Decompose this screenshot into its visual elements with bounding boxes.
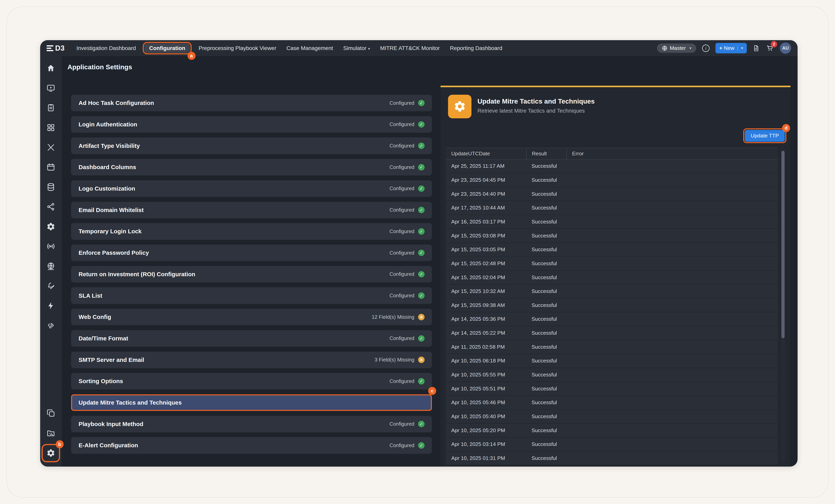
setting-status: 3 Field(s) Missing <box>374 357 425 363</box>
status-icon <box>418 421 425 427</box>
nav-mitre-attck-monitor[interactable]: MITRE ATT&CK Monitor <box>376 43 444 54</box>
copy-icon[interactable] <box>43 406 58 421</box>
share-icon[interactable] <box>43 199 58 214</box>
table-row[interactable]: Apr 14, 2025 05:36 PM Successful <box>446 312 778 326</box>
table-row[interactable]: Apr 10, 2025 03:14 PM Successful <box>446 438 778 451</box>
setting-row[interactable]: Date/Time Format Configured <box>71 330 432 347</box>
update-ttp-button[interactable]: Update TTP <box>745 130 785 142</box>
column-header-result[interactable]: Result <box>526 148 566 159</box>
setting-status: Configured <box>389 421 425 427</box>
home-icon[interactable] <box>43 61 58 76</box>
setting-row[interactable]: Temporary Login Lock Configured <box>71 223 432 239</box>
new-button[interactable]: + New ▾ <box>715 43 747 54</box>
status-icon <box>418 100 425 106</box>
setting-row[interactable]: Web Config 12 Field(s) Missing <box>71 309 432 325</box>
scrollbar[interactable] <box>781 148 785 462</box>
cell-date: Apr 10, 2025 01:31 PM <box>446 455 526 461</box>
cell-result: Successful <box>526 427 566 434</box>
setting-row[interactable]: Sorting Options Configured <box>71 373 432 390</box>
table-row[interactable]: Apr 15, 2025 03:08 PM Successful <box>446 229 778 243</box>
alert-edit-icon[interactable] <box>43 278 58 293</box>
web-icon[interactable] <box>43 259 58 274</box>
application-settings-gear-icon[interactable] <box>43 446 58 461</box>
setting-label: Sorting Options <box>79 378 123 384</box>
table-row[interactable]: Apr 25, 2025 11:17 AM Successful <box>446 160 778 173</box>
cell-result: Successful <box>526 344 566 350</box>
setting-status: Configured <box>389 250 425 256</box>
table-row[interactable]: Apr 16, 2025 03:17 PM Successful <box>446 215 778 228</box>
setting-row[interactable]: SMTP Server and Email 3 Field(s) Missing <box>71 352 432 368</box>
setting-row[interactable]: SLA List Configured <box>71 287 432 304</box>
setting-row[interactable]: Playbook Input Method Configured <box>71 416 432 432</box>
table-row[interactable]: Apr 11, 2025 02:58 PM Successful <box>446 340 778 354</box>
setting-row[interactable]: Update Mitre Tactics and Techniques <box>71 394 432 411</box>
schedule-icon[interactable] <box>43 81 58 96</box>
table-row[interactable]: Apr 23, 2025 04:45 PM Successful <box>446 173 778 187</box>
setting-row[interactable]: Artifact Type Visibility Configured <box>71 138 432 154</box>
setting-row[interactable]: Enforce Password Policy Configured <box>71 245 432 261</box>
column-header-error[interactable]: Error <box>566 148 778 159</box>
nav-case-management[interactable]: Case Management <box>282 43 337 54</box>
media-folder-icon[interactable] <box>43 425 58 440</box>
nav-simulator[interactable]: Simulator▾ <box>339 43 374 54</box>
setting-label: Update Mitre Tactics and Techniques <box>79 399 182 406</box>
cell-result: Successful <box>526 288 566 294</box>
cell-date: Apr 10, 2025 05:20 PM <box>446 427 526 434</box>
info-button[interactable]: i <box>702 44 710 52</box>
column-header-date[interactable]: UpdateUTCDate <box>446 148 526 159</box>
d3-logo[interactable]: D3 <box>46 44 65 52</box>
cell-date: Apr 10, 2025 06:18 PM <box>446 358 526 364</box>
nav-reporting-dashboard[interactable]: Reporting Dashboard <box>446 43 507 54</box>
table-row[interactable]: Apr 10, 2025 05:46 PM Successful <box>446 396 778 409</box>
logo-bars-icon <box>46 45 53 51</box>
table-row[interactable]: Apr 17, 2025 10:44 AM Successful <box>446 201 778 215</box>
document-icon <box>753 44 760 52</box>
cell-result: Successful <box>526 233 566 239</box>
fingerprint-icon[interactable] <box>43 318 58 333</box>
document-button[interactable] <box>753 44 760 52</box>
status-icon <box>418 442 425 449</box>
table-row[interactable]: Apr 10, 2025 05:55 PM Successful <box>446 368 778 381</box>
utilities-icon[interactable] <box>43 140 58 155</box>
table-row[interactable]: Apr 10, 2025 01:31 PM Successful <box>446 451 778 465</box>
table-row[interactable]: Apr 23, 2025 04:40 PM Successful <box>446 187 778 201</box>
scrollbar-thumb[interactable] <box>781 151 785 338</box>
setting-row[interactable]: Email Domain Whitelist Configured <box>71 202 432 218</box>
table-row[interactable]: Apr 15, 2025 03:05 PM Successful <box>446 243 778 256</box>
table-row[interactable]: Apr 15, 2025 09:38 AM Successful <box>446 298 778 312</box>
automation-icon[interactable] <box>43 298 58 313</box>
nav-preprocessing-playbook-viewer[interactable]: Preprocessing Playbook Viewer <box>195 43 281 54</box>
setting-row[interactable]: Ad Hoc Task Configuration Configured <box>71 95 432 111</box>
nav-configuration[interactable]: Configuration <box>144 43 190 53</box>
settings-gear-icon[interactable] <box>43 219 58 234</box>
setting-row[interactable]: Login Authentication Configured <box>71 116 432 133</box>
calendar-icon[interactable] <box>43 160 58 175</box>
setting-row[interactable]: E-Alert Configuration Configured <box>71 437 432 454</box>
environment-label: Master <box>670 45 686 51</box>
cell-date: Apr 15, 2025 09:38 AM <box>446 302 526 308</box>
table-row[interactable]: Apr 10, 2025 05:20 PM Successful <box>446 424 778 437</box>
setting-row[interactable]: Dashboard Columns Configured <box>71 159 432 175</box>
setting-row[interactable]: Logo Customization Configured <box>71 180 432 197</box>
broadcast-icon[interactable] <box>43 239 58 254</box>
table-row[interactable]: Apr 10, 2025 05:40 PM Successful <box>446 410 778 423</box>
table-row[interactable]: Apr 10, 2025 06:18 PM Successful <box>446 354 778 368</box>
integrations-icon[interactable] <box>43 120 58 135</box>
table-row[interactable]: Apr 15, 2025 10:32 AM Successful <box>446 285 778 298</box>
table-row[interactable]: Apr 14, 2025 05:22 PM Successful <box>446 327 778 340</box>
cell-date: Apr 10, 2025 05:55 PM <box>446 372 526 378</box>
nav-investigation-dashboard[interactable]: Investigation Dashboard <box>72 43 140 54</box>
status-icon <box>418 250 425 256</box>
user-avatar[interactable]: AU <box>780 43 791 54</box>
table-row[interactable]: Apr 15, 2025 02:48 PM Successful <box>446 257 778 270</box>
table-row[interactable]: Apr 10, 2025 05:51 PM Successful <box>446 382 778 395</box>
table-row[interactable]: Apr 15, 2025 02:04 PM Successful <box>446 271 778 284</box>
cell-date: Apr 11, 2025 02:58 PM <box>446 344 526 350</box>
setting-row[interactable]: Return on Investment (ROI) Configuration… <box>71 266 432 282</box>
setting-status: Configured <box>389 228 425 235</box>
cart-button[interactable]: 2 <box>766 44 774 52</box>
setting-status: Configured <box>389 186 425 192</box>
environment-selector[interactable]: Master ▾ <box>657 43 696 53</box>
report-icon[interactable] <box>43 100 58 115</box>
database-icon[interactable] <box>43 180 58 194</box>
